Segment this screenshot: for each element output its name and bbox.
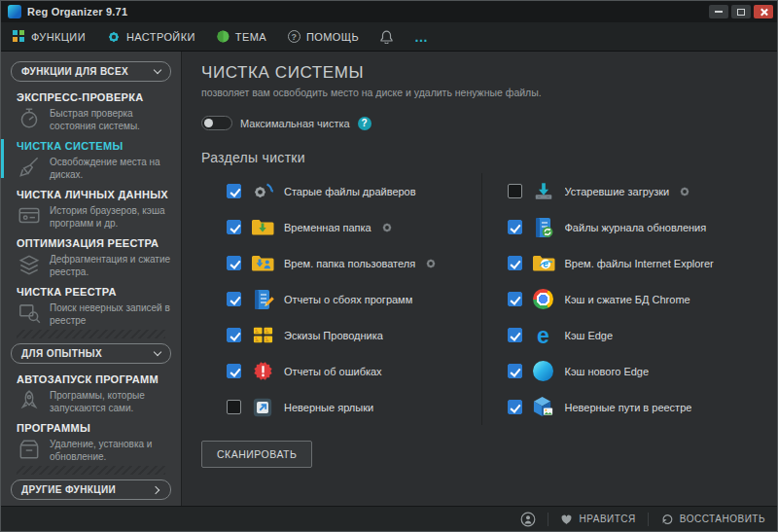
cleanup-item-label: Кэш нового Edge (565, 366, 650, 377)
sidebar-item-private-data-cleanup[interactable]: ЧИСТКА ЛИЧНЫХ ДАННЫХ История браузеров, … (1, 183, 181, 231)
minimize-icon (715, 11, 723, 13)
sidebar-item-title: ЧИСТКА РЕЕСТРА (17, 286, 173, 298)
cleanup-item-label: Старые файлы драйверов (284, 186, 416, 197)
checkbox[interactable] (508, 184, 522, 198)
checkbox[interactable] (508, 292, 522, 306)
old-driver-files-icon (251, 180, 274, 203)
account-button[interactable] (520, 512, 536, 527)
checkbox[interactable] (227, 328, 241, 342)
checkbox[interactable] (227, 400, 241, 414)
sidebar-item-title: ОПТИМИЗАЦИЯ РЕЕСТРА (17, 237, 173, 249)
menu-help-label: ПОМОЩЬ (306, 31, 359, 43)
item-settings-gear-icon[interactable] (381, 222, 393, 233)
checkbox[interactable] (227, 256, 241, 270)
max-cleanup-toggle[interactable] (201, 116, 232, 130)
checkbox[interactable] (508, 256, 522, 270)
item-settings-gear-icon[interactable] (679, 186, 690, 197)
group-other-functions[interactable]: ДРУГИЕ ФУНКЦИИ (11, 479, 171, 500)
chevron-down-icon (154, 66, 161, 74)
sidebar-item-desc: История браузеров, кэша программ и др. (50, 203, 173, 230)
chevron-down-icon (154, 348, 161, 356)
checkbox[interactable] (227, 220, 241, 234)
maximize-button[interactable] (731, 5, 751, 18)
programs-icon (17, 437, 42, 462)
like-button[interactable]: НРАВИТСЯ (560, 514, 635, 525)
system-cleanup-icon (17, 155, 42, 180)
item-settings-gear-icon[interactable] (425, 258, 437, 269)
sidebar-item-title: ЧИСТКА СИСТЕМЫ (17, 140, 173, 152)
group-label: ДЛЯ ОПЫТНЫХ (21, 348, 102, 359)
menu-functions-label: ФУНКЦИИ (31, 31, 86, 43)
sidebar-item-express-check[interactable]: ЭКСПРЕСС-ПРОВЕРКА Быстрая проверка состо… (1, 86, 181, 134)
sidebar-item-desc: Дефрагментация и сжатие реестра. (50, 252, 173, 278)
cleanup-item: Врем. папка пользователя (201, 245, 481, 281)
group-label: ФУНКЦИИ ДЛЯ ВСЕХ (21, 66, 128, 77)
title-bar: Reg Organizer 9.71 (1, 1, 777, 22)
cleanup-item: e Врем. файлы Internet Explorer (482, 245, 762, 281)
menu-theme-label: ТЕМА (235, 31, 266, 43)
crash-reports-icon (251, 288, 274, 311)
cleanup-item-label: Файлы журнала обновления (565, 222, 707, 233)
sidebar-item-registry-optimization[interactable]: ОПТИМИЗАЦИЯ РЕЕСТРА Дефрагментация и сжа… (1, 231, 181, 280)
sidebar-item-title: АВТОЗАПУСК ПРОГРАММ (17, 373, 173, 385)
cleanup-item-label: Врем. файлы Internet Explorer (565, 258, 714, 269)
checkbox[interactable] (508, 400, 522, 414)
menu-settings[interactable]: НАСТРОЙКИ (107, 30, 195, 44)
functions-grid-icon (13, 30, 25, 43)
autostart-icon (17, 388, 42, 413)
cleanup-item-label: Врем. папка пользователя (284, 258, 415, 269)
sidebar-item-title: ПРОГРАММЫ (17, 422, 173, 434)
gear-icon (107, 30, 121, 44)
help-icon: ? (288, 30, 301, 43)
edge-new-icon (532, 360, 555, 383)
restore-button[interactable]: ВОССТАНОВИТЬ (660, 513, 765, 526)
help-badge-icon[interactable]: ? (358, 117, 371, 130)
cleanup-column-left: Старые файлы драйверов Временная папка (201, 173, 481, 425)
theme-icon (217, 30, 230, 43)
menu-help[interactable]: ? ПОМОЩЬ (288, 30, 359, 43)
window-title: Reg Organizer 9.71 (27, 6, 127, 18)
scan-button[interactable]: СКАНИРОВАТЬ (201, 441, 312, 468)
broken-shortcuts-icon (251, 396, 274, 419)
close-icon (760, 8, 768, 17)
notifications-bell-icon[interactable] (380, 30, 393, 44)
sidebar-hatch-texture (17, 330, 165, 338)
checkbox[interactable] (227, 184, 241, 198)
chrome-icon (532, 288, 555, 311)
cleanup-item: Старые файлы драйверов (201, 173, 481, 209)
checkbox[interactable] (508, 220, 522, 234)
close-button[interactable] (754, 5, 773, 18)
registry-optimization-icon (17, 252, 42, 277)
error-reports-icon (251, 360, 274, 383)
checkbox[interactable] (227, 364, 241, 378)
restore-icon (660, 513, 674, 526)
more-menu-icon[interactable]: … (414, 32, 429, 42)
minimize-button[interactable] (709, 5, 728, 18)
status-bar: НРАВИТСЯ ВОССТАНОВИТЬ (1, 506, 777, 531)
group-functions-for-all[interactable]: ФУНКЦИИ ДЛЯ ВСЕХ (11, 61, 171, 82)
checkbox[interactable] (508, 364, 522, 378)
svg-text:e: e (543, 259, 548, 269)
explorer-thumbnails-icon (251, 324, 274, 347)
statusbar-separator (648, 513, 649, 526)
sidebar-item-system-cleanup[interactable]: ЧИСТКА СИСТЕМЫ Освобождение места на дис… (1, 134, 181, 183)
edge-legacy-icon: e (532, 324, 555, 347)
checkbox[interactable] (227, 292, 241, 306)
sidebar-item-autostart[interactable]: АВТОЗАПУСК ПРОГРАММ Программы, которые з… (1, 368, 181, 416)
sidebar-item-registry-cleanup[interactable]: ЧИСТКА РЕЕСТРА Поиск неверных записей в … (1, 280, 181, 329)
sidebar: ФУНКЦИИ ДЛЯ ВСЕХ ЭКСПРЕСС-ПРОВЕРКА Быстр… (1, 52, 182, 506)
statusbar-separator (548, 513, 548, 526)
menu-settings-label: НАСТРОЙКИ (126, 31, 195, 43)
group-for-experienced[interactable]: ДЛЯ ОПЫТНЫХ (11, 343, 171, 364)
express-check-icon (17, 106, 42, 131)
cleanup-item: Неверные пути в реестре (482, 389, 762, 425)
sidebar-item-programs[interactable]: ПРОГРАММЫ Удаление, установка и обновлен… (1, 416, 181, 465)
checkbox[interactable] (508, 328, 522, 342)
max-cleanup-label: Максимальная чистка (240, 118, 350, 129)
cleanup-item: Эскизы Проводника (201, 317, 481, 353)
page-subtitle: позволяет вам освободить место на диске … (201, 87, 761, 98)
menu-theme[interactable]: ТЕМА (217, 30, 266, 43)
menu-functions[interactable]: ФУНКЦИИ (13, 30, 86, 43)
app-icon (8, 5, 21, 18)
main-panel: ЧИСТКА СИСТЕМЫ позволяет вам освободить … (182, 52, 777, 506)
